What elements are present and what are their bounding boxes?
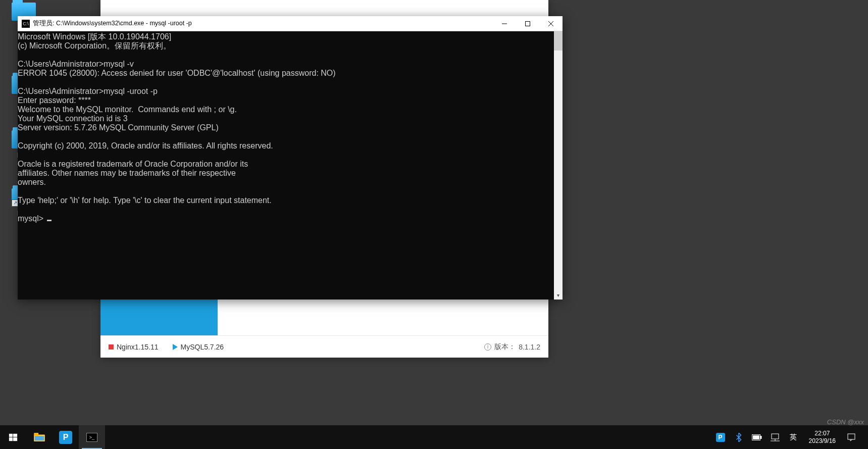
cmd-icon-text: C:\ [23, 21, 29, 26]
tray-notifications-icon[interactable] [845, 430, 858, 444]
maximize-button[interactable] [516, 16, 539, 31]
cmd-task-icon: >_ [86, 433, 97, 442]
cmd-task-label: >_ [89, 435, 94, 440]
taskbar-phpstudy[interactable]: P [53, 425, 79, 449]
version-value: 8.1.1.2 [519, 343, 540, 351]
info-icon: i [484, 343, 491, 351]
show-desktop-button[interactable] [863, 425, 866, 449]
scrollbar-down-icon[interactable]: ▾ [554, 291, 563, 300]
start-button[interactable] [0, 425, 26, 449]
status-version: i 版本： 8.1.1.2 [484, 342, 540, 352]
svg-rect-5 [13, 433, 17, 436]
taskbar-cmd[interactable]: >_ [79, 425, 105, 449]
windows-logo-icon [9, 433, 18, 442]
file-explorer-icon [34, 433, 45, 442]
tray-battery-icon[interactable] [750, 430, 763, 444]
watermark: CSDN @xxx [827, 418, 864, 426]
p-badge-icon: P [59, 431, 72, 444]
svg-rect-7 [13, 437, 17, 441]
svg-rect-4 [9, 433, 13, 436]
svg-rect-12 [760, 436, 762, 439]
status-nginx-label: Nginx1.15.11 [117, 343, 159, 351]
status-mysql[interactable]: MySQL5.7.26 [173, 343, 224, 351]
ime-label: 英 [790, 433, 797, 442]
clock-date: 2023/9/16 [809, 437, 836, 445]
p-badge-label: P [63, 433, 69, 442]
phpstudy-titlebar[interactable] [100, 0, 548, 18]
status-nginx[interactable]: Nginx1.15.11 [109, 343, 159, 351]
svg-rect-6 [9, 437, 13, 441]
cmd-icon: C:\ [22, 20, 30, 28]
taskbar-clock[interactable]: 22:07 2023/9/16 [805, 430, 840, 445]
cmd-terminal[interactable]: Microsoft Windows [版本 10.0.19044.1706] (… [18, 31, 554, 300]
cmd-window: C:\ 管理员: C:\Windows\system32\cmd.exe - m… [18, 16, 563, 300]
tray-network-icon[interactable] [769, 430, 782, 444]
tray-bluetooth-icon[interactable] [732, 430, 745, 444]
tray-p-icon[interactable]: P [714, 430, 727, 444]
cursor-icon [47, 220, 52, 221]
minimize-button[interactable] [493, 16, 516, 31]
taskbar: P >_ P 英 22:07 2023/9/16 [0, 425, 868, 449]
taskbar-explorer[interactable] [26, 425, 53, 449]
scrollbar-thumb[interactable] [554, 31, 563, 51]
phpstudy-statusbar: Nginx1.15.11 MySQL5.7.26 i 版本： 8.1.1.2 [100, 335, 548, 358]
cmd-output: Microsoft Windows [版本 10.0.19044.1706] (… [18, 32, 336, 223]
cmd-titlebar[interactable]: C:\ 管理员: C:\Windows\system32\cmd.exe - m… [18, 16, 563, 31]
svg-rect-17 [848, 434, 855, 439]
stopped-indicator-icon [109, 344, 114, 350]
svg-rect-10 [35, 436, 44, 440]
svg-rect-14 [772, 434, 779, 439]
cmd-scrollbar[interactable]: ▾ [554, 31, 563, 300]
version-prefix: 版本： [494, 342, 516, 352]
svg-rect-1 [526, 21, 530, 26]
clock-time: 22:07 [809, 430, 836, 437]
status-mysql-label: MySQL5.7.26 [181, 343, 224, 351]
cmd-title: 管理员: C:\Windows\system32\cmd.exe - mysql… [33, 19, 493, 28]
tray-ime[interactable]: 英 [787, 430, 800, 444]
running-indicator-icon [173, 344, 178, 350]
close-button[interactable] [539, 16, 563, 31]
svg-rect-13 [753, 435, 759, 439]
svg-rect-9 [34, 433, 38, 435]
